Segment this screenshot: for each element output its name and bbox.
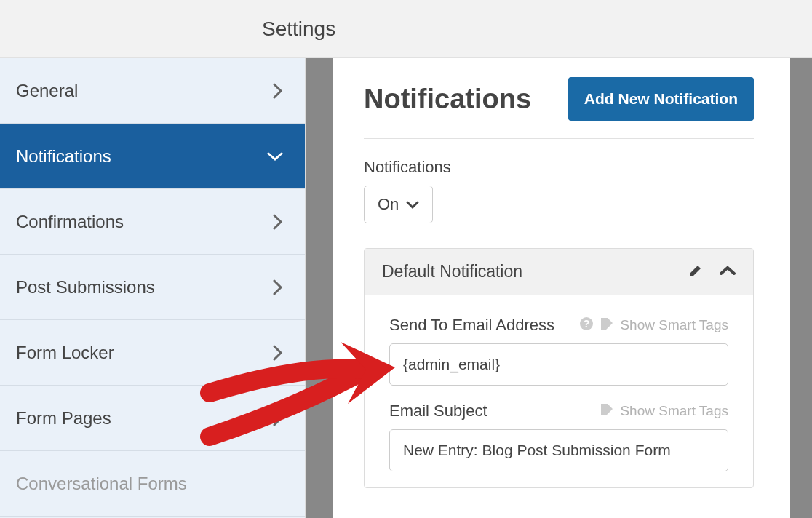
sidebar-item-general[interactable]: General [0, 58, 305, 124]
sidebar-item-notifications[interactable]: Notifications [0, 124, 305, 189]
tag-icon [600, 402, 614, 421]
send-to-label: Send To Email Address [389, 316, 554, 335]
tag-icon [600, 316, 614, 335]
chevron-right-icon [273, 83, 283, 99]
add-new-notification-button[interactable]: Add New Notification [568, 77, 754, 121]
email-subject-field: Email Subject Show Smart Tags [389, 402, 728, 471]
panel-body: Send To Email Address ? Show Smart Tags [365, 295, 753, 471]
chevron-up-icon[interactable] [720, 266, 736, 279]
sidebar-item-form-pages[interactable]: Form Pages [0, 386, 305, 451]
panel-header: Default Notification [365, 249, 753, 295]
sidebar-item-label: Confirmations [16, 212, 124, 232]
smart-tags-subject[interactable]: Show Smart Tags [600, 402, 728, 421]
sidebar-item-conversational-forms[interactable]: Conversational Forms [0, 451, 305, 517]
field-top: Email Subject Show Smart Tags [389, 402, 728, 421]
send-to-input[interactable] [389, 343, 728, 386]
notification-panel: Default Notification Send To Email Addre [364, 248, 754, 488]
chevron-right-icon [273, 345, 283, 361]
dropdown-value: On [378, 195, 399, 214]
sidebar-item-form-locker[interactable]: Form Locker [0, 320, 305, 386]
sidebar-item-label: General [16, 81, 78, 101]
sidebar-item-post-submissions[interactable]: Post Submissions [0, 255, 305, 320]
email-subject-label: Email Subject [389, 402, 487, 421]
sidebar-item-label: Notifications [16, 146, 111, 167]
help-icon: ? [579, 316, 594, 335]
notifications-toggle-label: Notifications [364, 158, 754, 177]
sidebar-item-label: Form Pages [16, 408, 111, 429]
edit-icon[interactable] [688, 263, 704, 282]
page-header: Notifications Add New Notification [364, 77, 754, 139]
send-to-field: Send To Email Address ? Show Smart Tags [389, 316, 728, 386]
main-content: Notifications Add New Notification Notif… [333, 58, 790, 518]
right-gutter [790, 58, 812, 518]
left-gutter [306, 58, 333, 518]
sidebar-item-label: Post Submissions [16, 277, 155, 298]
svg-text:?: ? [584, 318, 590, 330]
topbar: Settings [0, 0, 812, 58]
sidebar-item-label: Conversational Forms [16, 474, 187, 494]
panel-title: Default Notification [382, 262, 522, 282]
chevron-right-icon [273, 214, 283, 230]
sidebar-item-label: Form Locker [16, 343, 114, 363]
topbar-title: Settings [262, 17, 335, 41]
chevron-right-icon [273, 410, 283, 426]
notifications-toggle-dropdown[interactable]: On [364, 186, 433, 223]
page-title: Notifications [364, 84, 531, 115]
main-container: General Notifications Confirmations Post… [0, 58, 812, 518]
chevron-right-icon [273, 279, 283, 295]
panel-actions [688, 263, 736, 282]
sidebar-item-confirmations[interactable]: Confirmations [0, 189, 305, 255]
email-subject-input[interactable] [389, 429, 728, 471]
settings-sidebar: General Notifications Confirmations Post… [0, 58, 306, 518]
chevron-down-icon [406, 195, 419, 214]
main-inner: Notifications Add New Notification Notif… [333, 77, 790, 488]
chevron-down-icon [267, 151, 283, 162]
smart-tags-label: Show Smart Tags [620, 403, 728, 419]
smart-tags-label: Show Smart Tags [620, 317, 728, 333]
smart-tags-send-to[interactable]: ? Show Smart Tags [579, 316, 728, 335]
field-top: Send To Email Address ? Show Smart Tags [389, 316, 728, 335]
